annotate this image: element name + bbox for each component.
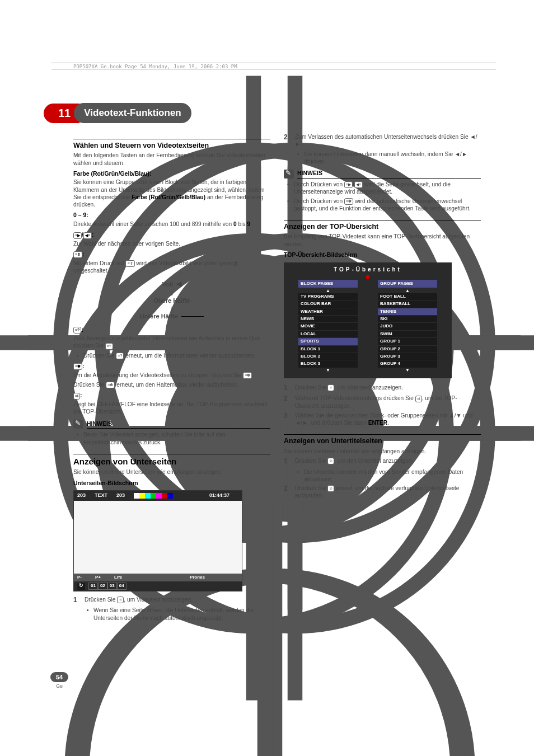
- flow-label: Voll: [162, 280, 173, 288]
- top-col-header: BLOCK PAGES: [298, 280, 358, 288]
- arrow-up-icon: ▲: [298, 289, 358, 293]
- page-next-icon: ≡▶: [73, 232, 82, 239]
- step-number: 2: [284, 395, 295, 410]
- top-list-item: FOOT BALL: [378, 293, 437, 300]
- right-column: 2 Zum Verlassen des automatischen Unters…: [284, 125, 481, 623]
- step-number: 1: [284, 457, 295, 466]
- step-number: 2: [284, 485, 295, 500]
- top-list-item: BLOCK 1: [298, 346, 358, 353]
- para: Zum Anzeigen ausgeblendeter Informatione…: [73, 335, 270, 350]
- step-row: 2 Drücken Sie ⎚ erneut, um die nächste v…: [284, 485, 481, 500]
- index-icon: ≡i: [73, 393, 80, 400]
- hold-icon: ≡✽: [243, 372, 252, 379]
- step-text: Drücken Sie ⎚, um den Untertitel anzuzei…: [295, 457, 481, 466]
- step-row: 2 Während TOP-Videotextempfangs drücken …: [284, 395, 481, 410]
- subpage-index: 02: [98, 583, 107, 589]
- heading-farbe: Farbe (Rot/Grün/Gelb/Blau):: [73, 170, 270, 178]
- page-language: Ge: [56, 683, 68, 689]
- para: Sie können eine Gruppe oder einen Block …: [73, 179, 270, 208]
- subpage-index: 04: [117, 583, 127, 589]
- subtitle-icon: ⎚: [327, 485, 334, 492]
- heading-index-icon: ≡i:: [73, 392, 270, 400]
- teletext-icon: ≡: [327, 384, 334, 391]
- top-list-item: BASKETBALL: [378, 300, 437, 308]
- para: Drücken Sie ≡✽ erneut, um den Haltemodus…: [73, 381, 270, 388]
- para: Mit jedem Druck auf ≡⇕ wird das Videotex…: [73, 260, 270, 275]
- step-row: 2 Zum Verlassen des automatischen Unters…: [284, 133, 481, 148]
- bullet: •Durch Drücken von ≡▶/◀≡ wird die Seite …: [287, 181, 481, 196]
- top-list-item: TENNIS: [378, 308, 437, 316]
- arrow-down-icon: ▼: [298, 368, 358, 373]
- note-label: HINWEIS: [297, 170, 481, 179]
- subpage-time: 01:44:37: [209, 492, 229, 499]
- page-next-icon: ≡▶: [344, 181, 353, 188]
- reveal-icon: ≡?: [105, 343, 113, 350]
- step-row: 1 Drücken Sie ≡, um Videotext anzuzeigen…: [73, 596, 270, 605]
- subpage-num: 203: [116, 492, 125, 499]
- heading-zoom-icon: ≡⇕:: [73, 251, 270, 259]
- top-list-item: WEATHER: [298, 308, 358, 316]
- para: Sie können mehrere Untertitel wie empfan…: [284, 448, 481, 455]
- heading-subpages: Anzeigen von Unterseiten: [73, 454, 270, 467]
- subpage-index: 01: [88, 583, 98, 589]
- heading-top-screen: TOP-Übersicht-Bildschirm: [284, 251, 481, 259]
- top-list-item: SPORTS: [298, 338, 358, 345]
- text-zoom-icon: ≡⇕: [125, 260, 134, 267]
- subpage-screen-mock: 203 TEXT 203 01:44:37 P- P+ Life Promis …: [73, 490, 242, 591]
- flow-line: [181, 316, 204, 317]
- softkey: Promis: [190, 575, 205, 580]
- softkey: Life: [114, 575, 122, 580]
- note-box: HINWEIS: [73, 420, 270, 429]
- top-list-item: LOCAL: [298, 331, 358, 338]
- rotate-icon: [77, 583, 85, 590]
- bullet: •Sie können Unterseiten dann manuell wec…: [297, 151, 481, 166]
- text: Direkte Auswahl einer Seite zwischen 100…: [73, 221, 233, 227]
- chapter-title: Videotext-Funktionen: [74, 103, 191, 123]
- reveal-icon: ≡?: [116, 353, 124, 359]
- heading-select-control: Wählen und Steuern von Videotextseiten: [73, 139, 270, 150]
- reveal-icon: ≡?: [73, 327, 81, 334]
- arrow-down-icon: ↓: [73, 289, 270, 297]
- step-row: 3 Wählen Sie die gewünschten Block- oder…: [284, 412, 481, 427]
- step-row: 1 Drücken Sie ⎚, um den Untertitel anzuz…: [284, 457, 481, 466]
- heading-0-9: 0 – 9:: [73, 212, 270, 219]
- step-number: 1: [284, 384, 295, 393]
- top-list-item: BLOCK 2: [298, 353, 358, 360]
- top-col-header: GROUP PAGES: [378, 280, 437, 288]
- para: Direkte Auswahl einer Seite zwischen 100…: [73, 220, 270, 228]
- flow-label: Untere Hälfte: [140, 312, 178, 320]
- step-number: 3: [284, 412, 295, 427]
- text-bold: 9: [247, 221, 250, 227]
- top-overview-screen-mock: TOP-Übersicht BLOCK PAGES ▲ TV PROGRAMSC…: [284, 262, 452, 378]
- note-icon: [73, 420, 83, 429]
- bullet: •Die Untertitel werden mit den vom Sende…: [297, 468, 481, 483]
- left-column: Wählen und Steuern von Videotextseiten M…: [73, 125, 270, 623]
- top-list-item: GROUP 4: [378, 360, 437, 368]
- heading-page-nav-icons: ≡▶/◀≡:: [73, 231, 270, 239]
- softkey: P-: [77, 575, 82, 580]
- bullet: •Bevor Sie Videotext anzeigen, schalten …: [77, 431, 270, 446]
- arrow-up-icon: ▲: [378, 289, 437, 293]
- step-number: 2: [284, 133, 295, 148]
- top-list-item: GROUP 3: [378, 353, 437, 360]
- step-number: 1: [73, 596, 85, 605]
- top-list-item: TV PROGRAMS: [298, 293, 358, 300]
- step-text: Während TOP-Videotextempfangs drücken Si…: [295, 395, 481, 410]
- top-list-item: GROUP 1: [378, 338, 437, 345]
- top-list-item: COLOUR BAR: [298, 300, 358, 308]
- bullet: •Wenn Sie eine Seite öffnen, die Unterse…: [87, 607, 270, 622]
- note-icon: [284, 170, 294, 179]
- subtitle-icon: ⎚: [327, 458, 334, 464]
- para: Zur Wahl der nächsten oder vorigen Seite…: [73, 240, 270, 247]
- subpage-index: 03: [107, 583, 117, 589]
- subpage-softkeys: P- P+ Life Promis: [74, 574, 242, 581]
- section-header: 11 Videotext-Funktionen: [44, 103, 191, 123]
- hold-icon: ≡✽: [73, 363, 82, 370]
- zoom-flow-diagram: Voll ◀ ↓ Obere Hälfte ↓ Untere Hälfte: [73, 280, 270, 320]
- page-prev-icon: ◀≡: [83, 232, 92, 239]
- arrow-down-icon: ▼: [378, 368, 437, 373]
- step-text: Wählen Sie die gewünschten Block- oder G…: [295, 412, 481, 427]
- subpage-index-row: 01 02 03 04: [74, 581, 242, 590]
- top-list-item: MOVIE: [298, 323, 358, 330]
- page-footer: 54 Ge: [50, 672, 68, 689]
